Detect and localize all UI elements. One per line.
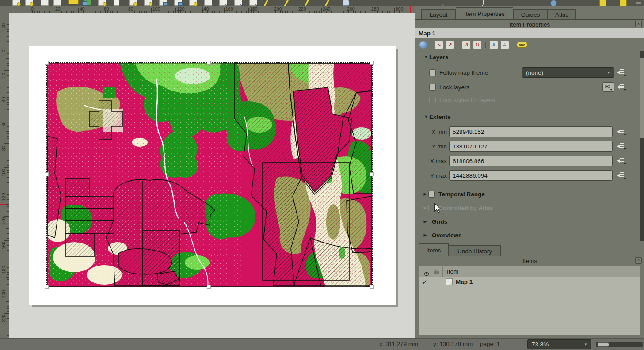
toolbar-icon-stub[interactable]: [219, 0, 227, 6]
data-defined-override-icon[interactable]: [617, 84, 626, 91]
collapse-arrow-icon[interactable]: ▼: [423, 55, 429, 59]
toolbar-icon-stub[interactable]: [25, 0, 33, 6]
section-temporal-range[interactable]: ▶ Temporal Range: [415, 189, 644, 199]
toolbar-icon-stub[interactable]: [636, 2, 641, 4]
ruler-label: 140: [201, 6, 209, 11]
visibility-preset-button[interactable]: [602, 82, 614, 92]
expand-arrow-icon[interactable]: ▶: [422, 192, 428, 196]
selection-handle[interactable]: [207, 61, 211, 65]
lock-column-header[interactable]: [431, 266, 443, 277]
view-extent-in-canvas-icon[interactable]: ↗: [446, 41, 454, 49]
tab-item-properties[interactable]: Item Properties: [456, 7, 513, 20]
toolbar-icon-stub[interactable]: [83, 0, 91, 6]
ruler-label: 280: [371, 6, 379, 11]
set-scale-to-canvas-icon[interactable]: ↺: [462, 41, 471, 49]
lock-layers-checkbox[interactable]: [429, 84, 436, 91]
tab-items[interactable]: Items: [419, 243, 449, 256]
ruler-label: 120: [1, 192, 6, 202]
selection-handle[interactable]: [370, 61, 374, 65]
cursor-y-readout: y: 130.178 mm: [433, 341, 473, 347]
toolbar-icon-stub[interactable]: [343, 0, 349, 6]
map-theme-select[interactable]: (none) ▼: [522, 67, 614, 78]
toolbar-icon-stub[interactable]: [599, 0, 606, 6]
toolbar-icon-stub[interactable]: [114, 0, 119, 6]
selection-handle[interactable]: [45, 172, 49, 176]
data-defined-override-icon[interactable]: [617, 143, 626, 150]
data-defined-override-icon[interactable]: [617, 128, 626, 135]
labeling-settings-icon[interactable]: abc: [517, 42, 527, 48]
toolbar-icon-stub[interactable]: [204, 0, 212, 6]
selection-handle[interactable]: [370, 172, 374, 176]
toolbar-icon-stub[interactable]: [249, 0, 257, 6]
update-map-preview-icon[interactable]: [419, 41, 427, 49]
zoom-slider-handle[interactable]: [598, 342, 609, 347]
map-item-toolbar: ↘ ↗ ↺ ↻ ⇓ ↔↕ abc: [415, 39, 644, 50]
toolbar-icon-stub[interactable]: [325, 0, 330, 6]
scrollbar-thumb[interactable]: [640, 58, 644, 138]
expand-arrow-icon[interactable]: ▶: [422, 233, 428, 237]
selection-handle[interactable]: [207, 285, 211, 289]
y-min-input[interactable]: [449, 141, 613, 152]
toolbar-icon-stub[interactable]: [68, 0, 79, 4]
section-extents[interactable]: ▼ Extents: [415, 111, 644, 122]
tab-undo-history[interactable]: Undo History: [449, 245, 501, 256]
toolbar-icon-stub[interactable]: [12, 0, 20, 6]
visibility-column-header[interactable]: [419, 266, 431, 277]
ruler-label: 220: [298, 6, 306, 11]
toolbar-icon-stub[interactable]: [284, 0, 289, 6]
x-min-input[interactable]: [449, 126, 613, 137]
close-panel-icon[interactable]: ×: [635, 21, 642, 27]
zoom-slider[interactable]: [596, 342, 643, 347]
map-item[interactable]: [46, 62, 373, 287]
panel-scrollbar[interactable]: [640, 51, 644, 241]
items-table-header: Item: [419, 266, 640, 277]
section-grids[interactable]: ▶ Grids: [415, 216, 644, 227]
toolbar-icon-stub[interactable]: [620, 0, 627, 6]
layout-canvas[interactable]: [9, 13, 415, 338]
close-items-panel-icon[interactable]: ×: [635, 257, 642, 264]
toolbar-icon-stub[interactable]: [174, 0, 182, 6]
x-max-input[interactable]: [449, 156, 613, 166]
toolbar-icon-stub[interactable]: [159, 0, 167, 6]
items-panel-title: Items: [415, 258, 644, 265]
section-layers[interactable]: ▼ Layers: [415, 52, 644, 62]
toolbar-icon-stub[interactable]: [264, 0, 269, 6]
view-scale-in-canvas-icon[interactable]: ↻: [473, 41, 482, 49]
set-extent-to-canvas-icon[interactable]: ↘: [434, 41, 443, 49]
selection-handle[interactable]: [45, 285, 49, 289]
data-defined-override-icon[interactable]: [617, 157, 626, 164]
row-lock-layers: Lock layers: [415, 82, 644, 92]
expand-arrow-icon[interactable]: ▶: [422, 219, 428, 224]
items-table-row[interactable]: ✓ Map 1: [419, 277, 640, 287]
tab-guides[interactable]: Guides: [513, 9, 548, 20]
move-content-icon[interactable]: ↔↕: [500, 41, 509, 49]
toolbar-icon-stub[interactable]: [144, 0, 152, 6]
toolbar-icon-stub[interactable]: [98, 0, 106, 6]
ruler-label: 0: [31, 6, 34, 11]
zoom-level-select[interactable]: 73.8% ▼: [527, 339, 591, 349]
y-max-input[interactable]: [449, 170, 613, 181]
toolbar-icon-stub[interactable]: [234, 0, 242, 6]
tab-layout[interactable]: Layout: [421, 9, 456, 20]
row-y-min: Y min: [415, 141, 644, 152]
item-visible-check[interactable]: ✓: [419, 278, 431, 285]
toolbar-icon-stub[interactable]: [53, 0, 61, 6]
tab-atlas[interactable]: Atlas: [548, 9, 576, 20]
item-column-header[interactable]: Item: [443, 266, 640, 277]
controlled-by-atlas-checkbox: [428, 205, 435, 211]
toolbar-icon-stub[interactable]: [41, 0, 49, 6]
toolbar-icon-stub[interactable]: [189, 0, 197, 6]
collapse-arrow-icon[interactable]: ▼: [423, 114, 429, 119]
toolbar-icon-stub[interactable]: [305, 0, 309, 6]
toolbar-icon-stub[interactable]: [550, 0, 557, 6]
temporal-range-checkbox[interactable]: [428, 191, 435, 198]
selection-handle[interactable]: [370, 285, 374, 289]
selection-handle[interactable]: [45, 61, 49, 65]
data-defined-override-icon[interactable]: [617, 69, 626, 76]
toolbar-icon-stub[interactable]: [129, 0, 137, 6]
row-follow-map-theme: Follow map theme (none) ▼: [415, 67, 644, 78]
follow-map-theme-checkbox[interactable]: [429, 69, 436, 76]
data-defined-override-icon[interactable]: [617, 172, 626, 179]
interactive-extent-edit-icon[interactable]: ⇓: [489, 41, 498, 49]
section-overviews[interactable]: ▶ Overviews: [415, 230, 644, 240]
